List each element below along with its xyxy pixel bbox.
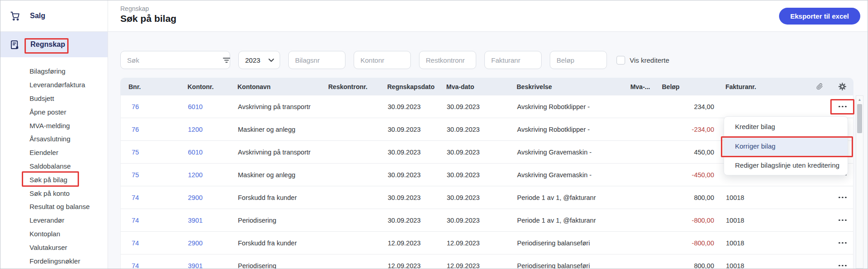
- table-row: 76 6010 Avskrivning på transportr 30.09.…: [120, 95, 853, 118]
- paperclip-icon[interactable]: [808, 83, 831, 90]
- sidebar-item-regnskap-label: Regnskap: [30, 40, 65, 49]
- kontonr-input[interactable]: [354, 51, 411, 69]
- search-input[interactable]: [121, 51, 223, 69]
- fakturanr-input[interactable]: [484, 51, 542, 69]
- vertical-scrollbar[interactable]: ▲: [856, 95, 863, 269]
- row-actions-cell: [831, 262, 854, 269]
- sidebar-item-salg[interactable]: Salg: [0, 0, 108, 32]
- mva-dato-cell: 12.09.2023: [439, 262, 509, 269]
- sidebar-subnav-item[interactable]: Leverandørfaktura: [0, 78, 108, 92]
- regnskapsdato-cell: 30.09.2023: [380, 126, 439, 133]
- fakturanr-cell: 10018: [718, 239, 809, 247]
- table-header-cell[interactable]: Mva-dato: [438, 83, 508, 90]
- kontonavn-cell: Forskudd fra kunder: [230, 194, 321, 201]
- page-title: Søk på bilag: [120, 13, 177, 24]
- sidebar-subnav-item[interactable]: Resultat og balanse: [0, 200, 108, 214]
- regnskapsdato-cell: 30.09.2023: [380, 217, 439, 224]
- context-menu-item[interactable]: Krediter bilag: [724, 117, 848, 136]
- sidebar-subnav-item[interactable]: Åpne poster: [0, 105, 108, 119]
- ellipsis-icon[interactable]: [837, 217, 848, 224]
- table-header-cell[interactable]: Reskontronr.: [320, 83, 379, 90]
- ellipsis-icon[interactable]: [837, 194, 848, 201]
- kontonr-link[interactable]: 6010: [180, 149, 230, 156]
- mva-dato-cell: 30.09.2023: [439, 171, 509, 179]
- kontonr-link[interactable]: 1200: [180, 171, 230, 179]
- belop-input[interactable]: [550, 51, 607, 69]
- table-header-cell[interactable]: Kontonr.: [179, 83, 229, 90]
- sidebar-subnav-item[interactable]: Årsavslutning: [0, 132, 108, 146]
- belop-cell: 800,00: [654, 262, 718, 269]
- table-header-row: Bnr.Kontonr.KontonavnReskontronr.Regnska…: [120, 78, 853, 95]
- kontonr-link[interactable]: 2900: [180, 239, 230, 247]
- sidebar-subnav-item[interactable]: Kontoplan: [0, 227, 108, 241]
- export-to-excel-button[interactable]: Eksporter til excel: [779, 8, 860, 25]
- context-menu-item[interactable]: Rediger bilagslinje uten kreditering: [724, 155, 848, 175]
- beskrivelse-cell: Avskriving Robotklipper -: [509, 126, 604, 133]
- row-actions-cell: [831, 217, 854, 224]
- kontonavn-cell: Avskrivning på transportr: [230, 103, 321, 110]
- bnr-link[interactable]: 75: [121, 149, 180, 156]
- kontonavn-cell: Forskudd fra kunder: [230, 239, 321, 247]
- regnskapsdato-cell: 30.09.2023: [380, 194, 439, 201]
- row-actions-cell: [831, 239, 854, 247]
- bnr-link[interactable]: 74: [121, 262, 180, 269]
- bnr-link[interactable]: 75: [121, 171, 180, 179]
- regnskapsdato-cell: 12.09.2023: [380, 239, 439, 247]
- table-header-cell[interactable]: Bnr.: [120, 83, 179, 90]
- belop-cell: -800,00: [654, 217, 718, 224]
- kontonr-link[interactable]: 3901: [180, 262, 230, 269]
- bnr-link[interactable]: 74: [121, 194, 180, 201]
- sidebar-subnav-item[interactable]: Budsjett: [0, 92, 108, 105]
- sidebar-subnav-item[interactable]: Søk på konto: [0, 186, 108, 200]
- belop-cell: -234,00: [654, 126, 718, 133]
- table-header-cell[interactable]: Fakturanr.: [717, 83, 808, 90]
- table-header-cell[interactable]: Mva-...: [604, 83, 654, 90]
- kontonr-link[interactable]: 6010: [180, 103, 230, 110]
- year-select[interactable]: 2023: [238, 51, 280, 69]
- table-header-cell[interactable]: Beskrivelse: [508, 83, 604, 90]
- restkontronr-input[interactable]: [419, 51, 476, 69]
- sidebar-subnav-item[interactable]: Valutakurser: [0, 240, 108, 254]
- sidebar-subnav-item[interactable]: Leverandør: [0, 214, 108, 227]
- fakturanr-cell: 10018: [718, 217, 809, 224]
- mva-dato-cell: 30.09.2023: [439, 103, 509, 110]
- sidebar-subnav-item[interactable]: MVA-melding: [0, 119, 108, 132]
- belop-cell: -800,00: [654, 239, 718, 247]
- bnr-link[interactable]: 74: [121, 239, 180, 247]
- scroll-up-icon[interactable]: ▲: [856, 96, 863, 102]
- beskrivelse-cell: Periode 1 av 1, @fakturanr: [509, 217, 604, 224]
- sidebar-item-regnskap[interactable]: Regnskap: [0, 32, 108, 57]
- beskrivelse-cell: Avskriving Robotklipper -: [509, 103, 604, 110]
- table-header-cell[interactable]: Kontonavn: [229, 83, 320, 90]
- sidebar-subnav-item[interactable]: Eiendeler: [0, 146, 108, 159]
- bnr-link[interactable]: 74: [121, 217, 180, 224]
- vis-krediterte-checkbox[interactable]: [616, 56, 625, 65]
- bnr-link[interactable]: 76: [121, 126, 180, 133]
- filter-icon[interactable]: [223, 57, 230, 63]
- gear-icon[interactable]: [831, 83, 853, 90]
- beskrivelse-cell: Periodisering balanseføri: [509, 262, 604, 269]
- beskrivelse-cell: Periode 1 av 1, @fakturanr: [509, 194, 604, 201]
- cart-icon: [10, 11, 20, 21]
- ellipsis-icon[interactable]: [837, 103, 848, 110]
- kontonr-link[interactable]: 3901: [180, 217, 230, 224]
- kontonr-link[interactable]: 1200: [180, 126, 230, 133]
- sidebar-subnav-item[interactable]: Saldobalanse: [0, 159, 108, 173]
- table-row: 74 3901 Periodisering 12.09.2023 12.09.2…: [120, 254, 853, 269]
- belop-cell: -450,00: [654, 171, 718, 179]
- beskrivelse-cell: Periodisering balanseføri: [509, 239, 604, 247]
- table-header-cell[interactable]: Regnskapsdato: [379, 83, 438, 90]
- bnr-link[interactable]: 76: [121, 103, 180, 110]
- context-menu-item[interactable]: Korriger bilag: [724, 136, 848, 156]
- kontonr-link[interactable]: 2900: [180, 194, 230, 201]
- sidebar-subnav-item[interactable]: Søk på bilag: [0, 173, 108, 186]
- bilagsnr-input[interactable]: [288, 51, 345, 69]
- sidebar-subnav-item[interactable]: Fordelingsnøkler: [0, 254, 108, 268]
- table-header-cell[interactable]: Beløp: [654, 83, 717, 90]
- sidebar-subnav-item[interactable]: Bilagsføring: [0, 65, 108, 78]
- ellipsis-icon[interactable]: [837, 262, 848, 269]
- table-row: 74 2900 Forskudd fra kunder 12.09.2023 1…: [120, 232, 853, 254]
- year-select-value: 2023: [245, 56, 260, 64]
- ellipsis-icon[interactable]: [837, 239, 848, 247]
- scrollbar-thumb[interactable]: [857, 104, 862, 133]
